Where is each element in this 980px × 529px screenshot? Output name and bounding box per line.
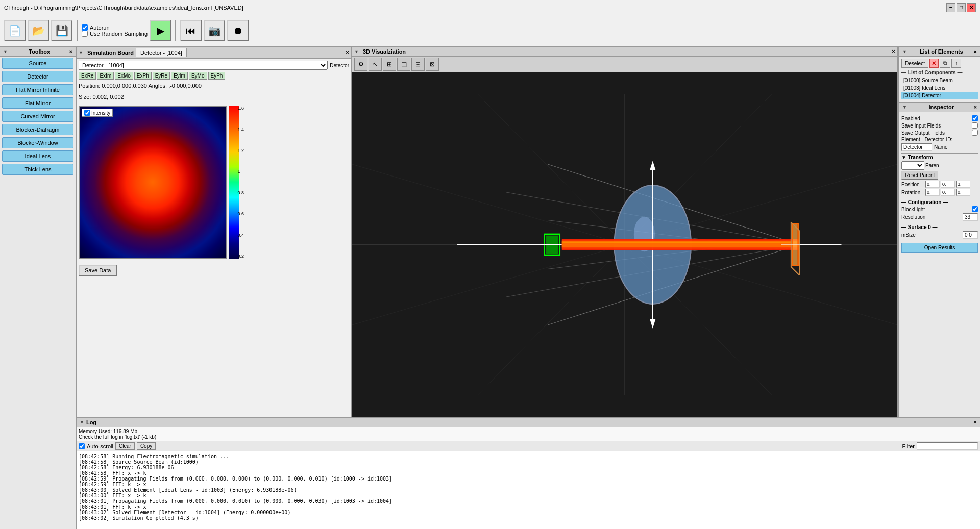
list-item-source[interactable]: [01000] Source Beam: [901, 77, 978, 84]
msize-row: mSize: [901, 231, 978, 239]
rotation-row: Rotation: [901, 189, 978, 196]
toolbox-detector[interactable]: Detector: [2, 71, 74, 82]
field-ExMo[interactable]: ExMo: [115, 72, 133, 80]
toolbox-flat-mirror[interactable]: Flat Mirror: [2, 97, 74, 109]
viz3d-close[interactable]: ×: [892, 48, 895, 55]
run-button[interactable]: ▶: [150, 20, 171, 41]
delete-element-button[interactable]: ✕: [929, 59, 939, 68]
list-item-ideal-lens[interactable]: [01003] Ideal Lens: [901, 84, 978, 92]
filter-input[interactable]: [917, 442, 978, 450]
screenshot-button[interactable]: 📷: [204, 20, 225, 41]
autorun-checkbox[interactable]: [82, 24, 88, 31]
viz-view2-button[interactable]: ⊟: [411, 58, 425, 71]
field-ExPh[interactable]: ExPh: [134, 72, 152, 80]
field-EyMo[interactable]: EyMo: [189, 72, 207, 80]
autorun-label[interactable]: Autorun: [82, 24, 148, 31]
intensity-plot: Intensity: [79, 106, 227, 259]
field-EyIm[interactable]: EyIm: [171, 72, 188, 80]
log-entry-9: [08:43:01] Propagating Fields from (0.00…: [79, 498, 978, 504]
sim-board-content: Detector - [1004] Detector ExRe ExIm ExM…: [77, 59, 351, 417]
intensity-checkbox[interactable]: [84, 110, 90, 116]
parent-select[interactable]: ---: [901, 161, 924, 170]
memory-info: Memory Used: 119.89 Mb Check the full lo…: [77, 427, 980, 441]
detector-tab[interactable]: Detector - [1004]: [136, 48, 187, 57]
toolbox-flat-mirror-infinite[interactable]: Flat Mirror Infinite: [2, 84, 74, 95]
toolbox-close[interactable]: ×: [69, 48, 72, 55]
position-x-input[interactable]: [925, 181, 940, 188]
save-input-checkbox[interactable]: [972, 122, 978, 129]
field-EyPh[interactable]: EyPh: [208, 72, 226, 80]
viz-settings-button[interactable]: ⚙: [354, 58, 368, 71]
sim-board-close[interactable]: ×: [346, 49, 349, 56]
record-button[interactable]: ⏺: [227, 20, 249, 41]
log-content[interactable]: [08:42:58] Running Electromagnetic simul…: [77, 451, 980, 529]
list-elements-close[interactable]: ×: [974, 48, 977, 55]
viz-cursor-button[interactable]: ↖: [369, 58, 382, 71]
viz3d-canvas[interactable]: [352, 72, 897, 417]
minimize-button[interactable]: −: [946, 3, 955, 12]
save-button[interactable]: 💾: [51, 20, 72, 41]
clear-button[interactable]: Clear: [115, 442, 135, 450]
blocklight-label: BlockLight: [901, 207, 925, 212]
copy-element-button[interactable]: ⧉: [940, 59, 950, 68]
list-item-detector[interactable]: [01004] Detector: [901, 92, 978, 99]
run-controls: Autorun Use Random Sampling: [82, 24, 148, 37]
log-entry-11: [08:43:02] Solved Element [Detector - id…: [79, 510, 978, 515]
rotation-z-input[interactable]: [956, 189, 970, 196]
toolbox-panel: ▼ Toolbox × Source Detector Flat Mirror …: [0, 47, 77, 529]
id-label: ID:: [946, 137, 952, 142]
toolbox-source[interactable]: Source: [2, 58, 74, 69]
save-data-button[interactable]: Save Data: [79, 265, 117, 276]
log-close[interactable]: ×: [973, 419, 977, 426]
field-EyRe[interactable]: EyRe: [153, 72, 170, 80]
move-up-button[interactable]: ↑: [951, 59, 961, 68]
autoscroll-checkbox[interactable]: [79, 443, 85, 449]
svg-rect-25: [562, 241, 800, 243]
toolbox-blocker-diafragm[interactable]: Blocker-Diafragm: [2, 124, 74, 135]
element-id-row: Element - Detector ID:: [901, 137, 978, 142]
position-row: Position: [901, 181, 978, 188]
toolbox-curved-mirror[interactable]: Curved Mirror: [2, 111, 74, 122]
viz-view3-button[interactable]: ⊠: [426, 58, 439, 71]
log-entry-6: [08:42:59] FFT: k -> x: [79, 482, 978, 487]
deselect-button[interactable]: Deselect: [901, 59, 928, 68]
save-output-checkbox[interactable]: [972, 130, 978, 136]
toolbox-thick-lens[interactable]: Thick Lens: [2, 164, 74, 175]
filter-label: Filter: [902, 443, 915, 449]
detector-dropdown[interactable]: Detector - [1004]: [79, 61, 328, 70]
inspector-header: ▼ Inspector ×: [899, 103, 980, 112]
log-entry-1: [08:42:58] Running Electromagnetic simul…: [79, 454, 978, 459]
detector-name-input[interactable]: [901, 143, 932, 151]
new-button[interactable]: 📄: [4, 20, 26, 41]
save-output-label: Save Output Fields: [901, 130, 945, 136]
viz3d-title: 3D Visualziation: [363, 48, 406, 55]
toolbox-blocker-window[interactable]: Blocker-Window: [2, 137, 74, 148]
field-ExRe[interactable]: ExRe: [79, 72, 96, 80]
step-button[interactable]: ⏮: [180, 20, 202, 41]
random-sampling-label[interactable]: Use Random Sampling: [82, 31, 148, 37]
msize-input[interactable]: [963, 231, 978, 239]
open-button[interactable]: 📂: [28, 20, 49, 41]
field-ExIm[interactable]: ExIm: [97, 72, 114, 80]
rotation-x-input[interactable]: [925, 189, 940, 196]
log-entry-4: [08:42:58] FFT: x -> k: [79, 470, 978, 476]
list-elements-content: Deselect ✕ ⧉ ↑ — List of Components — [0…: [899, 57, 980, 102]
inspector-close[interactable]: ×: [974, 104, 977, 110]
reset-parent-button[interactable]: Reset Parent: [901, 171, 938, 180]
toolbox-ideal-lens[interactable]: Ideal Lens: [2, 150, 74, 162]
resolution-label: Resolution: [901, 214, 925, 220]
rotation-y-input[interactable]: [941, 189, 955, 196]
viz3d-panel: ▼ 3D Visualziation × ⚙ ↖ ⊞ ◫ ⊟ ⊠: [352, 47, 898, 417]
blocklight-checkbox[interactable]: [972, 206, 978, 212]
viz-view1-button[interactable]: ◫: [397, 58, 410, 71]
viz-fit-button[interactable]: ⊞: [383, 58, 396, 71]
position-y-input[interactable]: [941, 181, 955, 188]
close-button[interactable]: ✕: [967, 3, 976, 12]
open-results-button[interactable]: Open Results: [901, 243, 978, 253]
copy-log-button[interactable]: Copy: [137, 442, 156, 450]
maximize-button[interactable]: □: [957, 3, 966, 12]
enabled-checkbox[interactable]: [972, 115, 978, 121]
resolution-input[interactable]: [963, 213, 978, 221]
random-sampling-checkbox[interactable]: [82, 31, 88, 37]
position-z-input[interactable]: [956, 181, 970, 188]
